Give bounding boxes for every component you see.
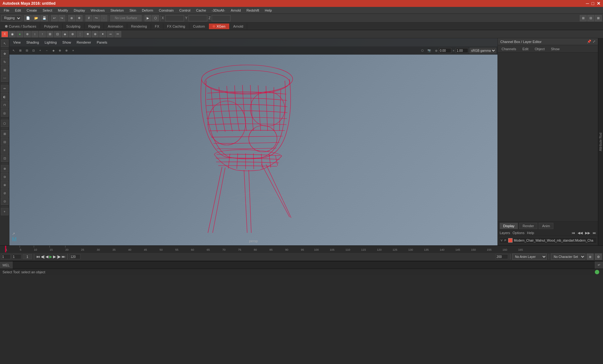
channel-box-expand[interactable]: ⤢ bbox=[593, 40, 595, 44]
tab-fx[interactable]: FX bbox=[151, 24, 163, 29]
vp-menu-show[interactable]: Show bbox=[60, 40, 74, 45]
shelf-icon4[interactable]: ⊕ bbox=[24, 31, 31, 37]
vp-btn2[interactable]: ⊟ bbox=[24, 47, 30, 54]
shelf-icon6[interactable]: ↑ bbox=[39, 31, 46, 37]
crease-tool[interactable]: ⊓ bbox=[1, 101, 8, 109]
menu-control[interactable]: Control bbox=[177, 8, 193, 13]
tab-xgen[interactable]: XGen bbox=[209, 24, 229, 29]
tab-custom[interactable]: Custom bbox=[189, 24, 209, 29]
shelf-icon3[interactable]: ● bbox=[16, 31, 23, 37]
menu-skin[interactable]: Skin bbox=[127, 8, 139, 13]
snap-curve[interactable]: 〜 bbox=[93, 15, 100, 21]
shelf-icon11[interactable]: ⋮ bbox=[77, 31, 84, 37]
shelf-icon10[interactable]: ⊕ bbox=[69, 31, 76, 37]
move-btn[interactable]: ✥ bbox=[76, 15, 83, 21]
undo-btn[interactable]: ↩ bbox=[51, 15, 58, 21]
shelf-icon7[interactable]: ⊞ bbox=[46, 31, 53, 37]
x-input[interactable] bbox=[165, 15, 184, 21]
tab-curves[interactable]: Curves / Surfaces bbox=[1, 24, 40, 29]
gamma-value[interactable] bbox=[439, 48, 451, 53]
menu-windows[interactable]: Windows bbox=[88, 8, 107, 13]
anim-layer-select[interactable]: No Anim Layer bbox=[512, 254, 547, 260]
prev-frame-btn[interactable]: ◀ bbox=[46, 254, 48, 259]
viewport[interactable]: View Shading Lighting Show Renderer Pane… bbox=[9, 38, 497, 245]
move-tool[interactable]: ✥ bbox=[1, 50, 8, 57]
sculpt-tool[interactable]: ◐ bbox=[1, 93, 8, 100]
save-btn[interactable]: 💾 bbox=[41, 15, 48, 21]
shelf-icon13[interactable]: ⊗ bbox=[92, 31, 99, 37]
menu-help[interactable]: Help bbox=[262, 8, 274, 13]
rotate-tool[interactable]: ↻ bbox=[1, 58, 8, 66]
snap-grid[interactable]: # bbox=[85, 15, 92, 21]
char-set-icon[interactable]: ⊕ bbox=[587, 254, 594, 260]
shelf-icon8[interactable]: ⊡ bbox=[54, 31, 61, 37]
colorspace-select[interactable]: sRGB gamma bbox=[470, 48, 496, 53]
menu-deform[interactable]: Deform bbox=[139, 8, 156, 13]
mode-dropdown[interactable]: Rigging bbox=[1, 15, 21, 21]
minimize-btn[interactable]: ─ bbox=[586, 1, 589, 6]
play-btn[interactable]: ▶ bbox=[49, 254, 52, 259]
live-surface-btn[interactable]: No Live Surface bbox=[110, 15, 142, 21]
layer-sub-options[interactable]: Options bbox=[513, 231, 524, 235]
shelf-icon12[interactable]: ❖ bbox=[84, 31, 91, 37]
mel-accept-btn[interactable]: ↵ bbox=[595, 261, 603, 269]
range-end-input[interactable] bbox=[69, 254, 80, 259]
vp-menu-renderer[interactable]: Renderer bbox=[74, 40, 94, 45]
vp-btn1[interactable]: ⊞ bbox=[17, 47, 24, 54]
next-frame-btn[interactable]: ▶ bbox=[53, 254, 56, 259]
paint-tool[interactable]: ✏ bbox=[1, 85, 8, 92]
layout-btn1[interactable]: ⊞ bbox=[580, 15, 587, 21]
snap-point[interactable]: · bbox=[100, 15, 107, 21]
vp-select[interactable]: ↖ bbox=[11, 47, 17, 54]
render-tool[interactable]: ⬡ bbox=[1, 120, 8, 127]
lasso-tool[interactable]: 〰 bbox=[1, 74, 8, 82]
layer-tab-display[interactable]: Display bbox=[500, 223, 518, 229]
shelf-icon9[interactable]: ◈ bbox=[62, 31, 68, 37]
vp-menu-panels[interactable]: Panels bbox=[94, 40, 110, 45]
tab-polygons[interactable]: Polygons bbox=[40, 24, 62, 29]
vp-btn5[interactable]: − bbox=[44, 47, 50, 54]
next-key-btn[interactable]: |▶ bbox=[57, 254, 61, 259]
shelf-icon16[interactable]: ✂ bbox=[114, 31, 121, 37]
vp-render-icon[interactable]: ⬡ bbox=[419, 47, 426, 54]
shelf-icon15[interactable]: ⊸ bbox=[107, 31, 114, 37]
redo-btn[interactable]: ↪ bbox=[58, 15, 65, 21]
select-btn[interactable]: ⊕ bbox=[68, 15, 75, 21]
layout-btn2[interactable]: ⊟ bbox=[587, 15, 594, 21]
tab-fxcaching[interactable]: FX Caching bbox=[163, 24, 189, 29]
shelf-icon1[interactable]: X bbox=[1, 31, 8, 37]
close-btn[interactable]: ✕ bbox=[597, 1, 600, 6]
vp-btn4[interactable]: + bbox=[37, 47, 43, 54]
display-mode2[interactable]: ⊟ bbox=[1, 138, 8, 146]
tool7[interactable]: ⊗ bbox=[1, 181, 8, 189]
menu-file[interactable]: File bbox=[1, 8, 12, 13]
channel-box-pin[interactable]: 📌 bbox=[587, 40, 591, 44]
tool6[interactable]: ⊖ bbox=[1, 173, 8, 180]
layer-sub-layers[interactable]: Layers bbox=[500, 231, 510, 235]
menu-display[interactable]: Display bbox=[71, 8, 88, 13]
vp-btn9[interactable]: × bbox=[70, 47, 76, 54]
layer-rewind[interactable]: ⏮ bbox=[572, 231, 575, 235]
prev-key-btn[interactable]: ◀| bbox=[41, 254, 45, 259]
playback-end-input[interactable] bbox=[496, 254, 508, 259]
z-input[interactable] bbox=[212, 15, 231, 21]
maximize-btn[interactable]: □ bbox=[592, 1, 594, 6]
tab-animation[interactable]: Animation bbox=[104, 24, 127, 29]
layout-btn3[interactable]: ⊠ bbox=[595, 15, 602, 21]
tab-object[interactable]: Object bbox=[532, 46, 547, 51]
menu-redshift[interactable]: Redshift bbox=[244, 8, 262, 13]
goto-start-btn[interactable]: ⏮ bbox=[36, 254, 40, 259]
ipr-btn[interactable]: ⬡ bbox=[152, 15, 159, 21]
window-controls[interactable]: ─ □ ✕ bbox=[586, 1, 600, 6]
menu-3dto[interactable]: -3DtoAll- bbox=[209, 8, 228, 13]
vp-btn7[interactable]: ⊕ bbox=[57, 47, 63, 54]
gamma-mult[interactable] bbox=[456, 48, 468, 53]
new-btn[interactable]: 📄 bbox=[24, 15, 32, 21]
tab-show[interactable]: Show bbox=[548, 46, 562, 51]
menu-modify[interactable]: Modify bbox=[55, 8, 70, 13]
vp-btn6[interactable]: ◈ bbox=[50, 47, 57, 54]
layer-next[interactable]: ▶▶ bbox=[585, 231, 590, 235]
vp-cam[interactable]: 📷 bbox=[426, 47, 432, 54]
tab-rendering[interactable]: Rendering bbox=[127, 24, 151, 29]
menu-skeleton[interactable]: Skeleton bbox=[108, 8, 126, 13]
